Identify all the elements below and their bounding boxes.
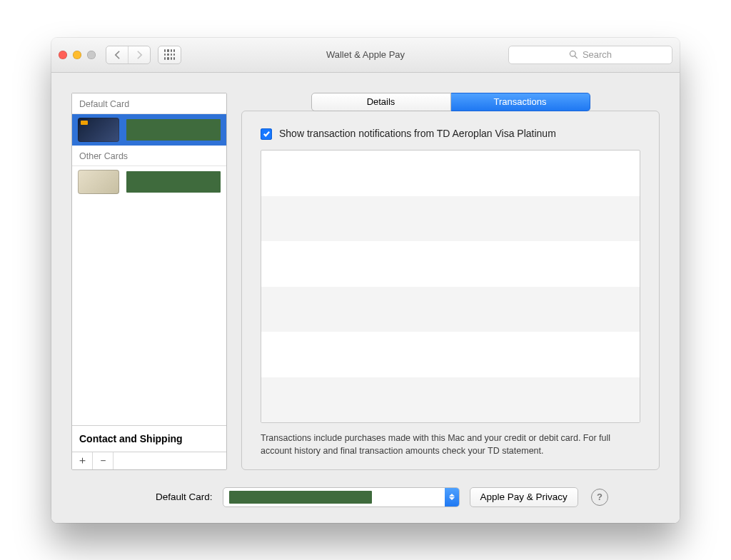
show-all-button[interactable]	[158, 46, 181, 64]
minus-icon: －	[98, 454, 109, 467]
card-default[interactable]	[72, 114, 226, 146]
window-body: Default Card Other Cards Contact and Shi…	[51, 73, 680, 523]
default-card-value-redacted	[229, 491, 372, 504]
close-window-button[interactable]	[59, 51, 67, 59]
remove-card-button[interactable]: －	[93, 452, 114, 469]
tab-content: Show transaction notifications from TD A…	[241, 111, 660, 470]
transaction-row	[261, 151, 640, 195]
window-controls	[59, 51, 96, 59]
transaction-row	[261, 332, 640, 377]
question-icon: ?	[597, 492, 603, 502]
default-card-label: Default Card:	[156, 492, 213, 502]
bottom-bar: Default Card: Apple Pay & Privacy ?	[51, 477, 680, 523]
card-thumbnail-icon	[78, 170, 119, 194]
card-name-redacted	[126, 119, 221, 141]
preferences-window: Wallet & Apple Pay Search Default Card O…	[51, 38, 680, 523]
plus-icon: ＋	[77, 454, 88, 467]
transactions-footnote: Transactions include purchases made with…	[261, 432, 640, 457]
notifications-checkbox[interactable]	[261, 128, 272, 140]
search-placeholder: Search	[583, 49, 612, 60]
default-card-value	[223, 488, 445, 506]
notifications-checkbox-label: Show transaction notifications from TD A…	[279, 127, 556, 141]
card-name-redacted	[126, 171, 221, 193]
chevron-left-icon	[114, 50, 121, 60]
tab-transactions[interactable]: Transactions	[451, 93, 590, 111]
section-header-default: Default Card	[72, 93, 226, 114]
default-card-select[interactable]	[223, 487, 460, 507]
select-stepper-icon	[445, 488, 459, 506]
detail-panel: Details Transactions Show transaction no…	[241, 93, 660, 470]
tab-bar: Details Transactions	[311, 93, 590, 111]
sidebar-spacer	[72, 198, 226, 425]
card-sidebar: Default Card Other Cards Contact and Shi…	[71, 93, 227, 470]
search-icon	[569, 50, 578, 59]
section-header-other: Other Cards	[72, 146, 226, 166]
chevron-right-icon	[136, 50, 143, 60]
transaction-row	[261, 241, 640, 286]
titlebar: Wallet & Apple Pay Search	[51, 38, 680, 73]
back-button[interactable]	[106, 46, 128, 63]
minimize-window-button[interactable]	[73, 51, 81, 59]
apple-pay-privacy-button[interactable]: Apple Pay & Privacy	[470, 487, 578, 507]
transaction-row	[261, 196, 640, 241]
search-field[interactable]: Search	[508, 46, 672, 64]
transactions-list[interactable]	[261, 150, 640, 423]
zoom-window-button[interactable]	[87, 51, 96, 59]
contact-and-shipping-button[interactable]: Contact and Shipping	[72, 425, 226, 452]
add-remove-bar: ＋ －	[72, 452, 226, 469]
forward-button[interactable]	[128, 46, 150, 63]
add-card-button[interactable]: ＋	[72, 452, 93, 469]
help-button[interactable]: ?	[591, 489, 608, 506]
transaction-row	[261, 287, 640, 332]
nav-back-forward	[106, 46, 151, 64]
card-other-1[interactable]	[72, 166, 226, 198]
content-area: Default Card Other Cards Contact and Shi…	[51, 73, 680, 477]
transaction-row	[261, 377, 640, 422]
grid-icon	[164, 49, 175, 60]
check-icon	[263, 130, 271, 138]
tab-details[interactable]: Details	[311, 93, 451, 111]
card-thumbnail-icon	[78, 118, 119, 142]
notifications-checkbox-row[interactable]: Show transaction notifications from TD A…	[261, 127, 640, 141]
